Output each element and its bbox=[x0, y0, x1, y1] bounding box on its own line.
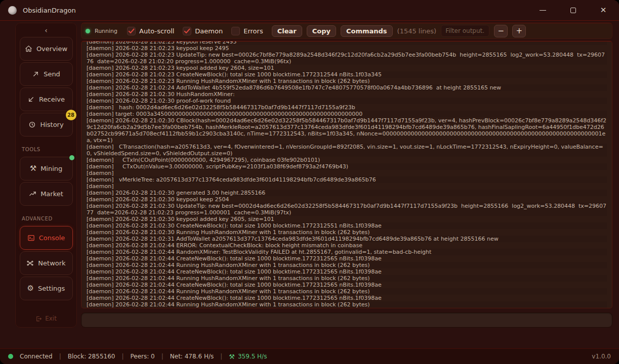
daemon-checkbox[interactable]: Daemon bbox=[183, 27, 223, 35]
history-badge: 28 bbox=[66, 110, 76, 120]
content-area: ‹ Overview Send Receive History 28 TOOLS bbox=[0, 20, 619, 348]
exit-door-icon bbox=[35, 315, 42, 322]
app-window: ObsidianDragon ✕ ‹ Overview Send Receive bbox=[0, 0, 619, 364]
sidebar-item-label: Send bbox=[44, 70, 60, 78]
sidebar-item-receive[interactable]: Receive bbox=[20, 87, 73, 111]
window-title: ObsidianDragon bbox=[23, 7, 76, 14]
gear-icon: ⚙ bbox=[27, 285, 34, 292]
log-line: [daemon] 2026-02-28 21:02:44 Running Hus… bbox=[87, 288, 607, 295]
checkbox-checked-icon bbox=[127, 27, 136, 35]
log-line: [daemon] CTxIn(COutPoint(0000000000, 429… bbox=[87, 157, 607, 163]
log-line: [daemon] 2026-02-28 21:02:30 CreateNewBl… bbox=[87, 222, 607, 229]
sidebar-item-history[interactable]: History 28 bbox=[20, 113, 73, 136]
log-line: [daemon] 2026-02-28 21:02:23 UpdateTip: … bbox=[87, 52, 607, 65]
close-icon: ✕ bbox=[600, 6, 607, 15]
log-line: [daemon] 2026-02-28 21:02:44 CreateNewBl… bbox=[87, 282, 607, 288]
sidebar-section-advanced: ADVANCED bbox=[22, 216, 53, 221]
log-line: [daemon] 2026-02-28 21:02:31 AddToWallet… bbox=[87, 236, 607, 242]
log-line: [daemon] 2026-02-28 21:02:30 generated 3… bbox=[87, 190, 607, 196]
log-line: [daemon] 2026-02-28 21:02:30 UpdateTip: … bbox=[87, 203, 607, 216]
log-line: [daemon] 2026-02-28 21:02:23 Running Hus… bbox=[87, 78, 607, 84]
mining-pickaxe-icon: ⚒ bbox=[229, 353, 235, 360]
statusbar-separator: | bbox=[59, 353, 61, 360]
sidebar-item-label: History bbox=[40, 121, 63, 128]
maximize-icon bbox=[570, 8, 576, 13]
chevron-left-icon: ‹ bbox=[45, 26, 48, 34]
checkbox-unchecked-icon bbox=[231, 27, 240, 35]
log-line: [daemon] 2026-02-28 21:02:44 Running Hus… bbox=[87, 275, 607, 282]
errors-checkbox[interactable]: Errors bbox=[231, 27, 263, 35]
statusbar-separator: | bbox=[121, 353, 123, 360]
connection-status-dot bbox=[8, 354, 13, 359]
sidebar-item-label: Settings bbox=[38, 285, 65, 292]
log-line: [daemon] 2026-02-28 21:02:44 RandomXMine… bbox=[87, 249, 607, 255]
sidebar-section-tools: TOOLS bbox=[22, 147, 40, 152]
sidebar-item-market[interactable]: Market bbox=[20, 182, 73, 206]
sidebar-item-mining[interactable]: ⚒ Mining bbox=[20, 157, 73, 180]
log-line: [daemon] 2026-02-28 21:02:44 CreateNewBl… bbox=[87, 268, 607, 275]
terminal-icon bbox=[27, 234, 35, 242]
sidebar-item-network[interactable]: Network bbox=[20, 251, 73, 275]
filter-output-input[interactable] bbox=[441, 25, 489, 37]
maximize-button[interactable] bbox=[566, 4, 580, 17]
sidebar-item-console[interactable]: Console bbox=[20, 226, 73, 250]
log-line: [daemon] 2026-02-28 21:02:23 keypool kee… bbox=[87, 45, 607, 52]
trend-chart-icon bbox=[29, 190, 36, 198]
sidebar-item-settings[interactable]: ⚙ Settings bbox=[20, 277, 73, 300]
home-icon bbox=[25, 45, 32, 53]
font-decrease-button[interactable]: − bbox=[494, 25, 508, 37]
autoscroll-checkbox[interactable]: Auto-scroll bbox=[127, 27, 174, 35]
log-line: [daemon] 2026-02-28 21:02:30 keypool kee… bbox=[87, 196, 607, 203]
exit-button[interactable]: Exit bbox=[35, 315, 57, 322]
daemon-status-label: Running bbox=[95, 28, 117, 34]
main-panel: Running Auto-scroll Daemon Errors Clear … bbox=[81, 23, 612, 328]
log-line: [daemon] 2026-02-28 21:02:23 CreateNewBl… bbox=[87, 71, 607, 78]
minimize-button[interactable] bbox=[536, 4, 549, 17]
close-button[interactable]: ✕ bbox=[597, 4, 610, 17]
log-line: [daemon] 2026-02-28 21:02:30 keypool add… bbox=[87, 216, 607, 222]
statusbar-separator: | bbox=[161, 353, 163, 360]
log-line: [daemon] 2026-02-28 21:02:44 ERROR: Cont… bbox=[87, 242, 607, 249]
block-height-label: Block: 2855160 bbox=[68, 353, 115, 360]
console-output-panel[interactable]: [daemon] 2026-02-28 21:02:23 keypool res… bbox=[81, 41, 612, 308]
sidebar-item-overview[interactable]: Overview bbox=[20, 37, 73, 61]
sidebar-item-label: Mining bbox=[40, 165, 62, 172]
sidebar-item-label: Console bbox=[39, 234, 65, 242]
log-line: [daemon] vMerkleTree: a2057613d377c13764… bbox=[87, 176, 607, 183]
copy-button[interactable]: Copy bbox=[307, 25, 336, 37]
titlebar: ObsidianDragon ✕ bbox=[0, 0, 619, 20]
checkbox-label: Auto-scroll bbox=[139, 27, 174, 35]
console-log: [daemon] 2026-02-28 21:02:23 keypool res… bbox=[87, 41, 607, 308]
log-line: [daemon] CTransaction(hash=a2057613d3, v… bbox=[87, 144, 607, 157]
log-line: [daemon] 2026-02-28 21:02:30 proof-of-wo… bbox=[87, 98, 607, 104]
log-line: [daemon] 2026-02-28 21:02:44 CreateNewBl… bbox=[87, 255, 607, 262]
app-logo-icon bbox=[8, 6, 17, 15]
console-toolbar: Running Auto-scroll Daemon Errors Clear … bbox=[81, 23, 612, 39]
version-label: v1.0.0 bbox=[592, 353, 611, 360]
log-line: [daemon] 2026-02-28 21:02:44 Running Hus… bbox=[87, 301, 607, 308]
mining-active-dot bbox=[69, 155, 74, 160]
sidebar: ‹ Overview Send Receive History 28 TOOLS bbox=[15, 23, 77, 328]
log-line: [daemon] 2026-02-28 21:02:44 CreateNewBl… bbox=[87, 295, 607, 301]
log-line: [daemon] 2026-02-28 21:02:44 Running Hus… bbox=[87, 262, 607, 268]
arrow-down-left-icon bbox=[27, 96, 35, 103]
network-nodes-icon bbox=[26, 259, 34, 267]
history-clock-icon bbox=[28, 121, 36, 128]
log-line: [daemon] 2026-02-28 21:02:23 keypool res… bbox=[87, 41, 607, 45]
sidebar-item-label: Overview bbox=[36, 45, 67, 53]
console-command-input[interactable] bbox=[81, 312, 612, 328]
commands-button[interactable]: Commands bbox=[341, 25, 393, 37]
clear-button[interactable]: Clear bbox=[272, 25, 302, 37]
minimize-icon bbox=[540, 10, 546, 11]
log-line: [daemon] 2026-02-28 21:02:30 CBlock(hash… bbox=[87, 117, 607, 144]
sidebar-item-send[interactable]: Send bbox=[20, 62, 73, 86]
log-line: [daemon] 2026-02-28 21:02:30 HushRandomX… bbox=[87, 91, 607, 98]
sidebar-collapse-button[interactable]: ‹ bbox=[39, 25, 53, 35]
sidebar-item-label: Network bbox=[38, 259, 65, 267]
sidebar-item-label: Market bbox=[40, 190, 63, 198]
connection-status-label: Connected bbox=[20, 353, 53, 360]
log-line: [daemon] target: 0003a345000000000000000… bbox=[87, 111, 607, 117]
peers-label: Peers: 0 bbox=[130, 353, 154, 360]
font-increase-button[interactable]: + bbox=[512, 25, 526, 37]
log-line: [daemon] bbox=[87, 183, 607, 190]
